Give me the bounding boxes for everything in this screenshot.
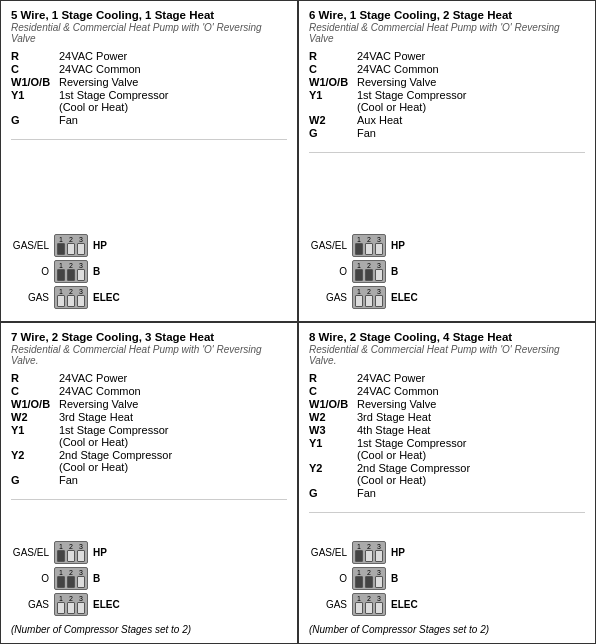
wire-row: GFan xyxy=(11,474,287,486)
dip-switch-btn[interactable] xyxy=(57,576,65,588)
wire-key: W2 xyxy=(11,411,59,423)
dip-switch-btn[interactable] xyxy=(375,576,383,588)
wire-value: 3rd Stage Heat xyxy=(59,411,287,423)
dip-switch-btn[interactable] xyxy=(67,576,75,588)
wire-extra: (Cool or Heat) xyxy=(357,474,585,486)
wire-row: R24VAC Power xyxy=(11,50,287,62)
dip-switch-btn[interactable] xyxy=(77,602,85,614)
dip-label: GAS xyxy=(309,599,347,610)
wire-key: W3 xyxy=(309,424,357,436)
dip-switch-btn[interactable] xyxy=(355,602,363,614)
dip-switch-btn[interactable] xyxy=(365,269,373,281)
card-title: 7 Wire, 2 Stage Cooling, 3 Stage Heat xyxy=(11,331,287,343)
card-note: (Number of Compressor Stages set to 2) xyxy=(309,624,585,635)
card-subtitle: Residential & Commercial Heat Pump with … xyxy=(11,344,287,366)
dip-switch-btn[interactable] xyxy=(77,550,85,562)
dip-switch-btn[interactable] xyxy=(375,295,383,307)
wire-table: R24VAC PowerC24VAC CommonW1/O/BReversing… xyxy=(11,372,287,487)
separator xyxy=(309,512,585,513)
wire-row: Y11st Stage Compressor(Cool or Heat) xyxy=(11,89,287,113)
card-title: 5 Wire, 1 Stage Cooling, 1 Stage Heat xyxy=(11,9,287,21)
dip-switch-btn[interactable] xyxy=(355,576,363,588)
card-subtitle: Residential & Commercial Heat Pump with … xyxy=(11,22,287,44)
dip-tag: B xyxy=(93,266,100,277)
dip-tag: B xyxy=(391,266,398,277)
dip-visual: 123 xyxy=(54,260,88,283)
wire-row: W23rd Stage Heat xyxy=(309,411,585,423)
dip-tag: ELEC xyxy=(391,292,418,303)
dip-switch-btn[interactable] xyxy=(365,576,373,588)
dip-switch-btn[interactable] xyxy=(365,295,373,307)
dip-switch-btn[interactable] xyxy=(77,576,85,588)
card-title: 8 Wire, 2 Stage Cooling, 4 Stage Heat xyxy=(309,331,585,343)
wire-value: Fan xyxy=(357,127,585,139)
dip-tag: B xyxy=(391,573,398,584)
dip-visual: 123 xyxy=(352,541,386,564)
wire-card-card4: 8 Wire, 2 Stage Cooling, 4 Stage HeatRes… xyxy=(298,322,596,644)
wire-value: 2nd Stage Compressor xyxy=(357,462,585,474)
separator xyxy=(11,499,287,500)
dip-switch-btn[interactable] xyxy=(67,602,75,614)
dip-switch-btn[interactable] xyxy=(355,550,363,562)
wire-card-card2: 6 Wire, 1 Stage Cooling, 2 Stage HeatRes… xyxy=(298,0,596,322)
dip-switch-btn[interactable] xyxy=(77,269,85,281)
wire-row: Y11st Stage Compressor(Cool or Heat) xyxy=(309,437,585,461)
dip-switch-btn[interactable] xyxy=(375,602,383,614)
wire-key: G xyxy=(11,114,59,126)
wire-key: C xyxy=(11,63,59,75)
wire-row: W1/O/BReversing Valve xyxy=(11,76,287,88)
dip-switch-btn[interactable] xyxy=(77,295,85,307)
dip-switch-btn[interactable] xyxy=(67,269,75,281)
dip-switch-btn[interactable] xyxy=(77,243,85,255)
wire-row: C24VAC Common xyxy=(11,385,287,397)
wire-key: C xyxy=(11,385,59,397)
dip-switch-btn[interactable] xyxy=(365,550,373,562)
dip-section: GAS/EL123HPO123BGAS123ELEC xyxy=(11,541,287,616)
dip-switch-btn[interactable] xyxy=(365,243,373,255)
dip-switch-btn[interactable] xyxy=(57,243,65,255)
dip-label: GAS xyxy=(11,292,49,303)
wire-key: Y1 xyxy=(11,89,59,113)
dip-switch-btn[interactable] xyxy=(57,602,65,614)
wire-extra: (Cool or Heat) xyxy=(59,436,287,448)
dip-switch-btn[interactable] xyxy=(57,269,65,281)
dip-section: GAS/EL123HPO123BGAS123ELEC xyxy=(309,234,585,309)
dip-switch-btn[interactable] xyxy=(355,243,363,255)
dip-switch-btn[interactable] xyxy=(375,550,383,562)
wire-key: R xyxy=(11,372,59,384)
dip-switch-btn[interactable] xyxy=(67,550,75,562)
dip-switch-btn[interactable] xyxy=(57,295,65,307)
dip-tag: ELEC xyxy=(93,599,120,610)
dip-switch-btn[interactable] xyxy=(67,295,75,307)
dip-tag: HP xyxy=(93,547,107,558)
dip-section: GAS/EL123HPO123BGAS123ELEC xyxy=(309,541,585,616)
dip-switch-btn[interactable] xyxy=(67,243,75,255)
dip-label: GAS/EL xyxy=(309,240,347,251)
dip-tag: HP xyxy=(391,547,405,558)
wire-row: Y11st Stage Compressor(Cool or Heat) xyxy=(11,424,287,448)
dip-switch-btn[interactable] xyxy=(355,269,363,281)
wire-table: R24VAC PowerC24VAC CommonW1/O/BReversing… xyxy=(309,372,585,500)
wire-row: W2Aux Heat xyxy=(309,114,585,126)
dip-tag: HP xyxy=(93,240,107,251)
wire-key: W1/O/B xyxy=(11,76,59,88)
dip-visual: 123 xyxy=(54,234,88,257)
separator xyxy=(11,139,287,140)
wire-key: Y2 xyxy=(11,449,59,473)
card-note: (Number of Compressor Stages set to 2) xyxy=(11,624,287,635)
wire-key: W2 xyxy=(309,114,357,126)
dip-switch-btn[interactable] xyxy=(375,243,383,255)
wire-row: W23rd Stage Heat xyxy=(11,411,287,423)
dip-switch-btn[interactable] xyxy=(355,295,363,307)
wire-value: 24VAC Common xyxy=(59,63,287,75)
dip-switch-btn[interactable] xyxy=(375,269,383,281)
dip-switch-btn[interactable] xyxy=(365,602,373,614)
dip-label: O xyxy=(309,266,347,277)
wire-key: R xyxy=(11,50,59,62)
dip-visual: 123 xyxy=(352,567,386,590)
dip-switch-btn[interactable] xyxy=(57,550,65,562)
wire-value: Aux Heat xyxy=(357,114,585,126)
wire-value: 3rd Stage Heat xyxy=(357,411,585,423)
wire-key: Y1 xyxy=(309,437,357,461)
dip-label: GAS xyxy=(309,292,347,303)
